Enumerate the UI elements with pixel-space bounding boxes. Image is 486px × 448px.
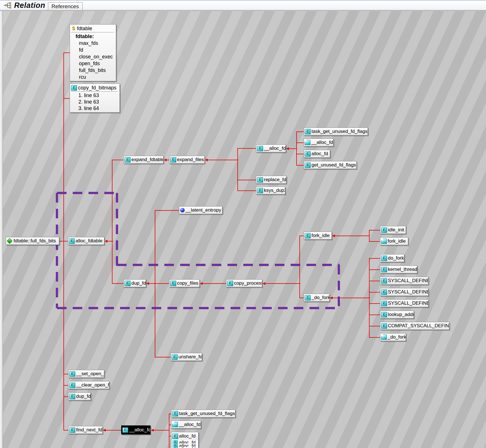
connector xyxy=(369,281,381,281)
node-copy-files[interactable]: copy_files xyxy=(169,279,200,287)
connector xyxy=(369,315,381,315)
struct-member[interactable]: fd xyxy=(71,47,114,53)
connector xyxy=(330,298,370,298)
node-syscall-define0-b[interactable]: SYSCALL_DEFINE0 xyxy=(380,288,428,296)
struct-member[interactable]: rcu xyxy=(71,74,114,80)
arrowhead xyxy=(146,282,149,285)
node-replace-fd[interactable]: replace_fd xyxy=(256,176,286,184)
connector xyxy=(369,258,370,338)
selection-dash xyxy=(57,192,118,194)
function-icon xyxy=(381,312,387,317)
struct-member[interactable]: fdtable: xyxy=(71,33,114,40)
struct-member[interactable]: full_fds_bits xyxy=(71,67,114,74)
node-dup-fd[interactable]: dup_fd xyxy=(123,279,146,287)
node-fork-idle[interactable]: fork_idle xyxy=(304,232,332,240)
node-find-next-fd[interactable]: find_next_fd xyxy=(68,426,103,434)
node-latent-entropy[interactable]: __latent_entropy xyxy=(179,206,222,214)
node-kernel-thread[interactable]: kernel_thread xyxy=(380,265,417,273)
function-icon xyxy=(173,443,178,447)
connector xyxy=(200,283,227,284)
node-clear-open-fd[interactable]: __clear_open_fd xyxy=(68,381,109,389)
connector xyxy=(237,180,257,180)
function-icon xyxy=(227,281,233,286)
node-do-fork-decl[interactable]: _do_fork xyxy=(380,333,406,341)
struct-member[interactable]: max_fds xyxy=(71,40,114,47)
arrowhead xyxy=(105,240,107,243)
node-alloc-fd[interactable]: alloc_fd xyxy=(304,150,330,158)
refs-box-title: copy_fd_bitmaps xyxy=(71,84,118,91)
reference-line[interactable]: 3. line 64 xyxy=(71,105,118,112)
document-icon xyxy=(305,140,310,145)
node-expand-fdtable[interactable]: expand_fdtable xyxy=(123,156,164,164)
stack-row-clipped: alloc_fd xyxy=(171,443,198,447)
connector xyxy=(237,148,257,149)
node-do-fork-underscore[interactable]: _do_fork xyxy=(304,294,330,302)
connector xyxy=(237,190,257,191)
node-dup-fd-2[interactable]: dup_fd xyxy=(68,392,91,400)
struct-member[interactable]: close_on_exec xyxy=(71,53,114,60)
function-icon xyxy=(305,151,311,157)
stack-row: alloc_fd xyxy=(171,432,198,440)
function-icon xyxy=(381,267,387,272)
connector xyxy=(112,160,125,160)
node-alloc-fd-stack[interactable]: alloc_fd alloc_fd alloc_fd alloc_fd allo… xyxy=(171,432,198,448)
connector xyxy=(369,269,381,270)
struct-box-fdtable[interactable]: fdtable fdtable: max_fds fd close_on_exe… xyxy=(70,24,116,81)
selection-dash xyxy=(56,193,58,308)
node-copy-process[interactable]: copy_process xyxy=(226,279,262,287)
reference-line[interactable]: 2. line 63 xyxy=(71,99,118,105)
function-icon xyxy=(381,278,387,284)
node-fdtable-full-fds-bits[interactable]: fdtable::full_fds_bits xyxy=(6,237,59,245)
node-alloc-fd-dunder-decl-2[interactable]: __alloc_fd xyxy=(171,421,201,429)
function-icon xyxy=(257,188,263,193)
function-icon xyxy=(69,394,75,399)
node-set-open-fd[interactable]: __set_open_fd xyxy=(68,370,104,378)
connector xyxy=(64,52,70,53)
node-fork-idle-decl[interactable]: fork_idle xyxy=(380,237,408,245)
node-compat-syscall-define5[interactable]: COMPAT_SYSCALL_DEFINE5 xyxy=(380,322,449,330)
node-ksys-dup3[interactable]: ksys_dup3 xyxy=(256,186,285,194)
connector xyxy=(147,283,170,284)
connector xyxy=(299,236,300,298)
relation-window: Relation References xyxy=(0,0,486,448)
connector xyxy=(369,337,381,338)
node-syscall-define0-a[interactable]: SYSCALL_DEFINE0 xyxy=(380,277,428,285)
node-unshare-fd[interactable]: unshare_fd xyxy=(171,353,202,361)
node-task-get-unused-fd-flags-2[interactable]: task_get_unused_fd_flags xyxy=(171,410,235,418)
connector xyxy=(155,210,155,357)
function-icon xyxy=(172,411,178,416)
function-icon xyxy=(257,146,263,151)
node-alloc-fdtable[interactable]: alloc_fdtable xyxy=(68,237,104,245)
node-alloc-fd-dunder-decl[interactable]: __alloc_fd xyxy=(304,139,333,146)
arrowhead xyxy=(330,297,333,299)
struct-member[interactable]: open_fds xyxy=(71,60,114,67)
selection-dash xyxy=(57,307,339,309)
separator xyxy=(71,91,118,92)
relation-graph-canvas[interactable]: fdtable fdtable: max_fds fd close_on_exe… xyxy=(0,11,486,448)
node-expand-files[interactable]: expand_files xyxy=(169,156,205,164)
function-icon xyxy=(172,354,178,360)
refs-box-copy-fd-bitmaps[interactable]: copy_fd_bitmaps 1. line 63 2. line 63 3.… xyxy=(70,84,120,113)
function-icon xyxy=(305,129,311,134)
node-alloc-fd-dunder[interactable]: __alloc_fd xyxy=(256,144,286,152)
connector xyxy=(369,230,381,230)
node-task-get-unused-fd-flags[interactable]: task_get_unused_fd_flags xyxy=(304,128,368,135)
function-icon xyxy=(172,434,178,439)
function-icon xyxy=(170,281,176,286)
node-do-fork[interactable]: do_fork xyxy=(380,254,404,262)
function-icon xyxy=(305,162,311,168)
connector xyxy=(155,210,180,211)
function-icon xyxy=(69,238,75,244)
reference-line[interactable]: 1. line 63 xyxy=(71,92,118,99)
node-alloc-fd-dunder-selected[interactable]: __alloc_fd xyxy=(121,425,151,434)
connector xyxy=(333,236,370,236)
node-syscall-define5[interactable]: SYSCALL_DEFINE5 xyxy=(380,299,428,307)
selection-dash xyxy=(116,193,118,266)
tab-references[interactable]: References xyxy=(48,2,83,10)
function-icon xyxy=(381,227,387,233)
document-icon xyxy=(381,239,387,244)
node-idle-init[interactable]: idle_init xyxy=(380,226,406,234)
node-lookup-addr[interactable]: lookup_addr xyxy=(380,311,414,319)
node-get-unused-fd-flags[interactable]: get_unused_fd_flags xyxy=(304,161,357,169)
arrowhead xyxy=(151,429,154,432)
